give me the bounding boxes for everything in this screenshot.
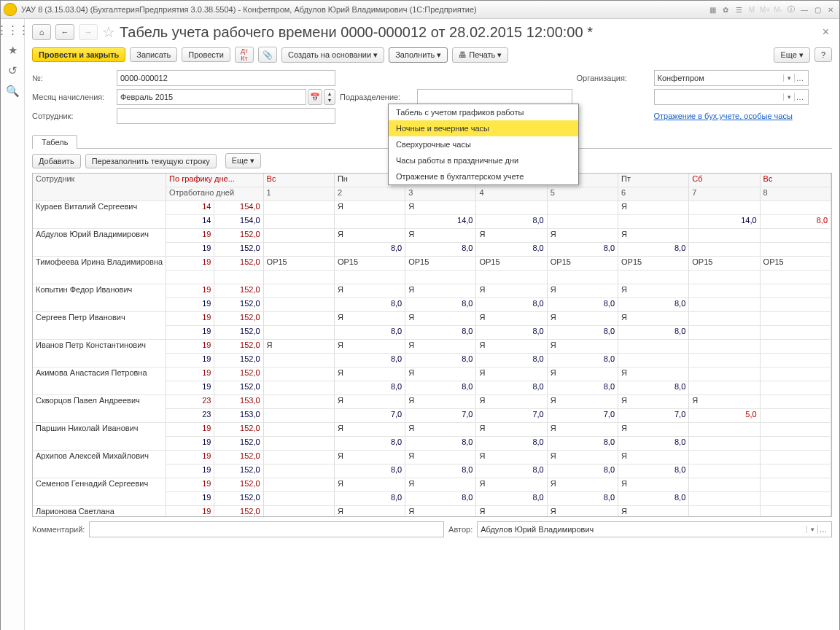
fill-button[interactable]: Заполнить ▾ [389, 47, 448, 63]
timesheet-grid[interactable]: СотрудникПо графику дне...ВсПнВтСрЧтПтСб… [32, 173, 832, 517]
post-button[interactable]: Провести [182, 47, 230, 62]
fill-menu-item[interactable]: Табель с учетом графиков работы [389, 104, 578, 120]
table-row[interactable]: Тимофеева Ирина Владимировна19152,0ОР15О… [33, 257, 831, 271]
titlebar: УАУ 8 (3.15.03.04) (БухгалтерияПредприят… [1, 1, 839, 19]
toolbar-icon[interactable]: ▦ [707, 4, 718, 15]
comment-input[interactable] [89, 521, 444, 537]
window-title: УАУ 8 (3.15.03.04) (БухгалтерияПредприят… [21, 5, 477, 14]
dept-input[interactable] [417, 89, 572, 105]
fill-menu-item[interactable]: Сверхурочные часы [389, 136, 578, 152]
m-icon[interactable]: M [746, 4, 758, 15]
table-row[interactable]: Скворцов Павел Андреевич23153,0ЯЯЯЯЯЯ [33, 395, 831, 409]
number-input[interactable]: 0000-000012 [117, 70, 335, 86]
employee-input[interactable] [117, 108, 335, 124]
dt-kt-icon[interactable]: ДтКт [235, 47, 254, 63]
number-label: №: [32, 74, 112, 82]
author-input[interactable]: Абдулов Юрий Владимирович▾… [477, 521, 832, 537]
table-row[interactable]: Семенов Геннадий Сергеевич19152,0ЯЯЯЯЯ [33, 478, 831, 492]
minimize-icon[interactable]: — [798, 4, 810, 15]
app-logo-icon [4, 3, 17, 16]
org-input[interactable]: Конфетпром▾… [654, 70, 809, 86]
periods-input[interactable]: ▾… [654, 89, 809, 105]
employee-label: Сотрудник: [32, 112, 112, 120]
month-label: Месяц начисления: [32, 93, 112, 101]
add-row-button[interactable]: Добавить [32, 154, 81, 168]
favorite-star-icon[interactable]: ☆ [102, 23, 115, 41]
close-icon[interactable]: ✕ [825, 4, 836, 15]
accounting-link[interactable]: Отражение в бух.учете, особые часы [654, 112, 809, 120]
help-button[interactable]: ? [814, 47, 832, 62]
post-and-close-button[interactable]: Провести и закрыть [32, 47, 125, 62]
fill-menu-item[interactable]: Часы работы в праздничные дни [389, 152, 578, 168]
attach-icon[interactable]: 📎 [258, 47, 277, 63]
home-button[interactable]: ⌂ [32, 24, 51, 40]
history-icon[interactable]: ↺ [6, 64, 19, 77]
refill-row-button[interactable]: Перезаполнить текущую строку [85, 154, 217, 168]
table-more-button[interactable]: Еще ▾ [225, 153, 261, 168]
org-label: Организация: [577, 74, 650, 82]
table-row[interactable]: Акимова Анастасия Петровна19152,0ЯЯЯЯЯ [33, 368, 831, 381]
table-row[interactable]: Ларионова Светлана19152,0ЯЯЯЯЯ [33, 506, 831, 518]
toolbar-icon[interactable]: ☰ [733, 4, 744, 15]
fill-menu: Табель с учетом графиков работыНочные и … [388, 104, 579, 185]
close-tab-icon[interactable]: × [820, 26, 832, 39]
sidebar: ⋮⋮⋮ ★ ↺ 🔍 [1, 19, 25, 630]
search-icon[interactable]: 🔍 [6, 85, 19, 98]
maximize-icon[interactable]: ▢ [812, 4, 823, 15]
back-button[interactable]: ← [55, 24, 74, 40]
table-row[interactable]: Архипов Алексей Михайлович19152,0ЯЯЯЯЯ [33, 451, 831, 464]
mplus-icon[interactable]: M+ [759, 4, 771, 15]
author-label: Автор: [448, 525, 472, 534]
star-icon[interactable]: ★ [6, 44, 19, 57]
fill-menu-item[interactable]: Ночные и вечерние часы [389, 120, 578, 136]
more-button[interactable]: Еще ▾ [774, 47, 809, 63]
calendar-icon[interactable]: 📅 [308, 89, 322, 105]
table-row[interactable]: Иванов Петр Константинович19152,0ЯЯЯЯЯ [33, 340, 831, 354]
fill-menu-item[interactable]: Отражение в бухгалтерском учете [389, 168, 578, 184]
stepper-icon[interactable]: ▴▾ [324, 89, 335, 105]
print-button[interactable]: 🖶 Печать ▾ [452, 47, 508, 63]
table-row[interactable]: Сергеев Петр Иванович19152,0ЯЯЯЯЯ [33, 312, 831, 326]
table-row[interactable]: Абдулов Юрий Владимирович19152,0ЯЯЯЯЯ [33, 229, 831, 243]
apps-icon[interactable]: ⋮⋮⋮ [6, 23, 19, 36]
toolbar-icon[interactable]: ✿ [720, 4, 731, 15]
save-button[interactable]: Записать [130, 47, 177, 62]
create-on-basis-button[interactable]: Создать на основании ▾ [281, 47, 384, 63]
forward-button[interactable]: → [79, 24, 98, 40]
mminus-icon[interactable]: M- [772, 4, 784, 15]
info-icon[interactable]: ⓘ [785, 4, 797, 15]
month-input[interactable]: Февраль 2015 [117, 89, 306, 105]
comment-label: Комментарий: [32, 525, 85, 534]
table-row[interactable]: Копытин Федор Иванович19152,0ЯЯЯЯЯ [33, 284, 831, 298]
table-row[interactable]: Паршин Николай Иванович19152,0ЯЯЯЯЯ [33, 423, 831, 437]
dept-label: Подразделение: [340, 93, 413, 101]
table-row[interactable]: Кураев Виталий Сергеевич14154,0ЯЯЯ [33, 201, 831, 215]
page-title: Табель учета рабочего времени 0000-00001… [120, 24, 815, 41]
tab-tabel[interactable]: Табель [32, 135, 77, 149]
